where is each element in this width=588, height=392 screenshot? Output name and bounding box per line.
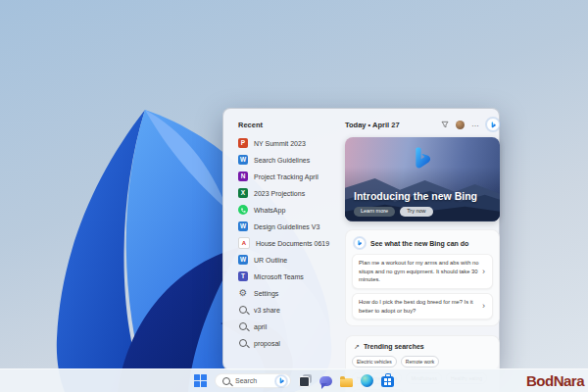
recent-item-search-guidelines[interactable]: W Search Guidelines <box>238 154 335 166</box>
recent-item-label: Design Guidelines V3 <box>254 223 319 230</box>
filter-icon[interactable] <box>441 121 449 128</box>
try-now-button[interactable]: Try now <box>400 207 432 218</box>
recent-item-settings[interactable]: ⚙ Settings <box>238 287 335 299</box>
recent-item-label: Search Guidelines <box>254 157 310 164</box>
chevron-right-icon: › <box>482 302 486 311</box>
search-icon <box>222 377 230 385</box>
recent-item-microsoft-teams[interactable]: T Microsoft Teams <box>238 270 335 282</box>
recent-item-v3-share[interactable]: v3 share <box>238 304 335 316</box>
onenote-icon: N <box>238 172 248 181</box>
whatsapp-icon <box>238 205 248 215</box>
recent-item-label: Settings <box>254 290 278 297</box>
suggestion-text: Plan me a workout for my arms and abs wi… <box>359 259 482 284</box>
hero-title: Introducing the new Bing <box>354 190 477 202</box>
word-icon: W <box>238 221 248 231</box>
search-icon <box>239 306 247 314</box>
learn-more-button[interactable]: Learn more <box>354 207 395 218</box>
recent-title: Recent <box>238 121 335 129</box>
date-label: Today • April 27 <box>345 121 400 129</box>
recent-item-label: NY Summit 2023 <box>254 140 306 147</box>
bing-suggestion-card[interactable]: How do I pick the best dog breed for me?… <box>352 293 493 319</box>
excel-icon: X <box>238 188 248 198</box>
teams-icon: T <box>238 271 248 281</box>
chat-button[interactable] <box>319 376 332 386</box>
task-view-button[interactable] <box>299 374 312 387</box>
chevron-right-icon: › <box>482 268 486 276</box>
recent-item-label: proposal <box>254 340 280 347</box>
start-button[interactable] <box>194 374 207 387</box>
recent-item-label: v3 share <box>254 307 280 314</box>
recent-item-project-tracking[interactable]: N Project Tracking April <box>238 171 335 182</box>
taskbar: Search <box>0 368 588 392</box>
more-options-icon[interactable]: … <box>471 121 479 128</box>
pdf-icon: A <box>238 237 250 249</box>
recent-list: P NY Summit 2023 W Search Guidelines N P… <box>238 137 335 349</box>
bodnara-watermark: BodNara <box>526 372 584 389</box>
suggestion-text: How do I pick the best dog breed for me?… <box>359 298 482 315</box>
recent-item-label: WhatsApp <box>254 207 285 214</box>
search-placeholder-text: Search <box>235 377 257 384</box>
bing-suggestion-card[interactable]: Plan me a workout for my arms and abs wi… <box>352 254 493 289</box>
edge-browser-button[interactable] <box>361 374 373 387</box>
trending-chip[interactable]: Remote work <box>401 356 439 368</box>
recent-column: Recent P NY Summit 2023 W Search Guideli… <box>223 109 339 369</box>
recent-item-house-documents[interactable]: A House Documents 0619 <box>238 237 335 249</box>
recent-item-design-guidelines[interactable]: W Design Guidelines V3 <box>238 220 335 232</box>
windows-desktop: Recent P NY Summit 2023 W Search Guideli… <box>0 0 588 392</box>
recent-item-april[interactable]: april <box>238 320 335 332</box>
bing-icon[interactable] <box>486 118 500 131</box>
recent-item-label: april <box>254 323 267 330</box>
file-explorer-button[interactable] <box>340 378 353 387</box>
recent-item-ur-outline[interactable]: W UR Outline <box>238 254 335 266</box>
bing-hero-card[interactable]: Introducing the new Bing Learn more Try … <box>345 137 500 221</box>
microsoft-store-button[interactable] <box>381 376 394 387</box>
bing-can-do-title: See what the new Bing can do <box>370 240 468 247</box>
word-icon: W <box>238 255 248 265</box>
recent-item-label: Microsoft Teams <box>254 273 304 280</box>
powerpoint-icon: P <box>238 138 248 148</box>
bing-logo <box>411 146 435 171</box>
recent-item-label: 2023 Projections <box>254 190 305 197</box>
bing-icon <box>275 375 287 387</box>
trending-icon: ↗ <box>354 343 360 350</box>
word-icon: W <box>238 155 248 165</box>
taskbar-search-input[interactable]: Search <box>215 373 291 388</box>
gear-icon: ⚙ <box>238 288 248 298</box>
recent-item-proposal[interactable]: proposal <box>238 337 335 349</box>
search-home-panel: Recent P NY Summit 2023 W Search Guideli… <box>222 108 500 370</box>
bing-icon <box>354 237 366 249</box>
recent-item-label: UR Outline <box>254 257 287 264</box>
user-avatar[interactable] <box>456 121 465 129</box>
bing-can-do-section: See what the new Bing can do Plan me a w… <box>345 229 500 326</box>
search-icon <box>239 339 247 347</box>
recent-item-whatsapp[interactable]: WhatsApp <box>238 204 335 216</box>
search-icon <box>239 322 247 330</box>
recent-item-ny-summit[interactable]: P NY Summit 2023 <box>238 137 335 149</box>
recent-item-label: Project Tracking April <box>254 173 318 180</box>
recent-item-label: House Documents 0619 <box>256 240 329 247</box>
recent-item-2023-projections[interactable]: X 2023 Projections <box>238 187 335 199</box>
feed-column: Today • April 27 … Introd <box>339 109 510 369</box>
trending-chip[interactable]: Electric vehicles <box>352 356 397 368</box>
trending-title: Trending searches <box>364 343 424 350</box>
feed-header: Today • April 27 … <box>345 118 500 131</box>
